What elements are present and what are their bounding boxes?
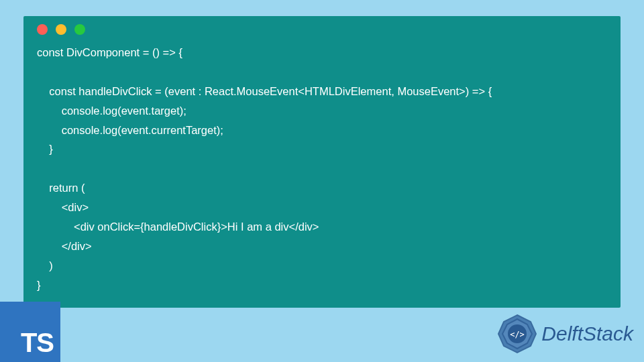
close-icon[interactable] xyxy=(37,24,48,35)
brand-logo-icon: </> xyxy=(497,314,537,354)
brand-name: DelftStack xyxy=(541,322,633,345)
code-content: const DivComponent = () => { const handl… xyxy=(23,43,621,294)
minimize-icon[interactable] xyxy=(56,24,66,35)
typescript-badge: TS xyxy=(0,302,60,362)
maximize-icon[interactable] xyxy=(74,24,85,35)
typescript-badge-label: TS xyxy=(21,328,54,358)
window-titlebar xyxy=(23,16,621,43)
code-window: const DivComponent = () => { const handl… xyxy=(23,16,621,308)
brand: </> DelftStack xyxy=(497,314,633,354)
svg-text:</>: </> xyxy=(510,330,525,339)
